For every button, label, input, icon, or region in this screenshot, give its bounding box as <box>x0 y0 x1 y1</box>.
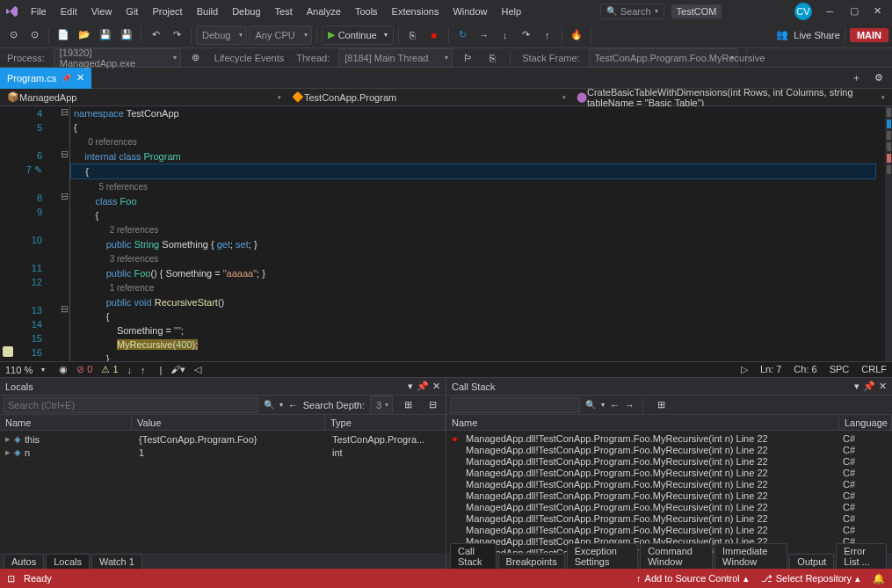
fold-column[interactable]: ⊟⊟⊟⊟⊟ <box>60 106 70 361</box>
tab-add-icon[interactable]: ＋ <box>846 69 866 88</box>
nav-back-icon[interactable]: ⊙ <box>4 25 23 45</box>
callstack-row[interactable]: ManagedApp.dll!TestConApp.Program.Foo.My… <box>446 444 892 455</box>
search-icon[interactable]: 🔍 <box>585 400 596 410</box>
add-source-control-button[interactable]: ↑ Add to Source Control ▴ <box>636 573 749 584</box>
depth-dropdown[interactable]: 3 <box>370 396 393 415</box>
warn-count-icon[interactable]: ⚠ 1 <box>101 364 118 375</box>
nav-fwd-icon[interactable]: → <box>625 400 635 410</box>
save-icon[interactable]: 💾 <box>96 25 115 45</box>
lifecycle-icon[interactable]: ⊚ <box>186 48 206 68</box>
search-icon[interactable]: 🔍 <box>264 400 274 410</box>
threads-icon[interactable]: ⎘ <box>482 48 502 68</box>
flag-icon[interactable]: 🏳 <box>458 48 477 68</box>
crumb-member[interactable]: ⬤CrateBasicTableWithDimensions(int Rows,… <box>573 90 888 105</box>
step-out-icon[interactable]: ↑ <box>538 25 557 45</box>
step-into-icon[interactable]: ↓ <box>496 25 515 45</box>
nav-up-icon[interactable]: ↑ <box>141 365 146 375</box>
pin-icon[interactable]: 📌 <box>62 74 71 83</box>
step-over-icon[interactable]: ↷ <box>517 25 536 45</box>
tab-autos[interactable]: Autos <box>4 554 44 569</box>
error-indicator-icon[interactable]: ⊡ <box>7 573 15 584</box>
menu-test[interactable]: Test <box>269 3 299 20</box>
callstack-row[interactable]: ManagedApp.dll!TestConApp.Program.Foo.My… <box>446 467 892 478</box>
continue-button[interactable]: ▶Continue▾ <box>322 25 394 45</box>
tab-immediate-window[interactable]: Immediate Window <box>714 543 787 569</box>
thread-dropdown[interactable]: [8184] Main Thread <box>338 48 453 68</box>
process-dropdown[interactable]: [19320] ManagedApp.exe <box>54 48 181 68</box>
callstack-row[interactable]: ManagedApp.dll!TestConApp.Program.Foo.My… <box>446 512 892 524</box>
locals-body[interactable]: ▸◈this{TestConApp.Program.Foo}TestConApp… <box>0 431 446 553</box>
nav-back-icon[interactable]: ← <box>610 400 620 410</box>
tab-error-list-[interactable]: Error List ... <box>836 543 887 569</box>
menu-file[interactable]: File <box>25 3 53 20</box>
minimize-button[interactable]: ─ <box>819 3 841 20</box>
panel-close-icon[interactable]: ✕ <box>879 381 887 392</box>
callstack-row[interactable]: ManagedApp.dll!TestConApp.Program.Foo.My… <box>446 455 892 467</box>
config-dropdown[interactable]: Debug <box>196 25 247 45</box>
menu-help[interactable]: Help <box>496 3 528 20</box>
menu-extensions[interactable]: Extensions <box>386 3 446 20</box>
tab-command-window[interactable]: Command Window <box>640 543 713 569</box>
tab-program-cs[interactable]: Program.cs 📌 ✕ <box>0 68 91 89</box>
redo-icon[interactable]: ↷ <box>167 25 186 45</box>
glyph-margin[interactable] <box>0 106 16 361</box>
view-rows-icon[interactable]: ⊟ <box>423 396 442 415</box>
stack-frame-dropdown[interactable]: TestConApp.Program.Foo.MyRecursive <box>589 48 738 68</box>
tab-call-stack[interactable]: Call Stack <box>450 543 497 569</box>
panel-pin-icon[interactable]: 📌 <box>417 381 429 392</box>
menu-debug[interactable]: Debug <box>226 3 266 20</box>
hot-reload-icon[interactable]: 🔥 <box>567 25 586 45</box>
callstack-row[interactable]: ManagedApp.dll!TestConApp.Program.Foo.My… <box>446 524 892 535</box>
callstack-body[interactable]: ManagedApp.dll!TestConApp.Program.Foo.My… <box>446 431 892 553</box>
live-share-icon[interactable]: 👥 <box>772 25 792 45</box>
tab-output[interactable]: Output <box>789 554 834 569</box>
locals-row[interactable]: ▸◈this{TestConApp.Program.Foo}TestConApp… <box>0 432 446 446</box>
error-count-icon[interactable]: ⊘ 0 <box>76 364 92 375</box>
platform-dropdown[interactable]: Any CPU <box>249 25 311 45</box>
menu-tools[interactable]: Tools <box>349 3 384 20</box>
locals-row[interactable]: ▸◈n1int <box>0 446 446 459</box>
save-all-icon[interactable]: 💾 <box>117 25 136 45</box>
zoom-level[interactable]: 110 % <box>5 365 33 375</box>
locals-search-input[interactable] <box>4 397 258 413</box>
nav-down-icon[interactable]: ↓ <box>127 365 133 375</box>
tab-watch-1[interactable]: Watch 1 <box>91 554 142 569</box>
thread-icon[interactable]: ⎘ <box>403 25 423 45</box>
menu-view[interactable]: View <box>85 3 119 20</box>
bell-icon[interactable]: 🔔 <box>873 573 885 584</box>
panel-menu-icon[interactable]: ▾ <box>854 381 859 392</box>
avatar[interactable]: CV <box>794 3 812 20</box>
tab-close-icon[interactable]: ✕ <box>76 72 84 83</box>
maximize-button[interactable]: ▢ <box>843 3 865 20</box>
callstack-row[interactable]: ManagedApp.dll!TestConApp.Program.Foo.My… <box>446 478 892 490</box>
live-share-label[interactable]: Live Share <box>794 30 840 40</box>
panel-menu-icon[interactable]: ▾ <box>408 381 413 392</box>
clear-icon[interactable]: ← <box>288 400 298 410</box>
menu-build[interactable]: Build <box>191 3 224 20</box>
tab-settings-icon[interactable]: ⚙ <box>869 69 888 88</box>
panel-pin-icon[interactable]: 📌 <box>863 381 875 392</box>
tab-breakpoints[interactable]: Breakpoints <box>498 554 565 569</box>
crumb-project[interactable]: 📦ManagedApp <box>4 90 285 105</box>
callstack-row[interactable]: ManagedApp.dll!TestConApp.Program.Foo.My… <box>446 432 892 444</box>
code-body[interactable]: namespace TestConApp{ 0 references inter… <box>70 106 885 361</box>
no-issues-icon[interactable]: ◉ <box>59 364 68 375</box>
callstack-row[interactable]: ManagedApp.dll!TestConApp.Program.Foo.My… <box>446 501 892 512</box>
close-button[interactable]: ✕ <box>867 3 888 20</box>
show-next-icon[interactable]: → <box>475 25 494 45</box>
select-repository-button[interactable]: ⎇ Select Repository ▴ <box>761 573 860 584</box>
menu-edit[interactable]: Edit <box>54 3 83 20</box>
restart-icon[interactable]: ↻ <box>453 25 473 45</box>
undo-icon[interactable]: ↶ <box>146 25 165 45</box>
menu-project[interactable]: Project <box>146 3 188 20</box>
prev-icon[interactable]: ◁ <box>194 364 201 375</box>
callstack-row[interactable]: ManagedApp.dll!TestConApp.Program.Foo.My… <box>446 490 892 501</box>
view-mode-icon[interactable]: ⊞ <box>651 396 671 415</box>
tab-exception-settings[interactable]: Exception Settings <box>567 543 639 569</box>
indent-mode[interactable]: SPC <box>830 364 850 375</box>
new-icon[interactable]: 📄 <box>54 25 73 45</box>
scroll-right-icon[interactable]: ▷ <box>741 364 748 375</box>
menu-git[interactable]: Git <box>120 3 144 20</box>
nav-fwd-icon[interactable]: ⊙ <box>25 25 44 45</box>
brush-icon[interactable]: 🖌▾ <box>170 364 185 375</box>
